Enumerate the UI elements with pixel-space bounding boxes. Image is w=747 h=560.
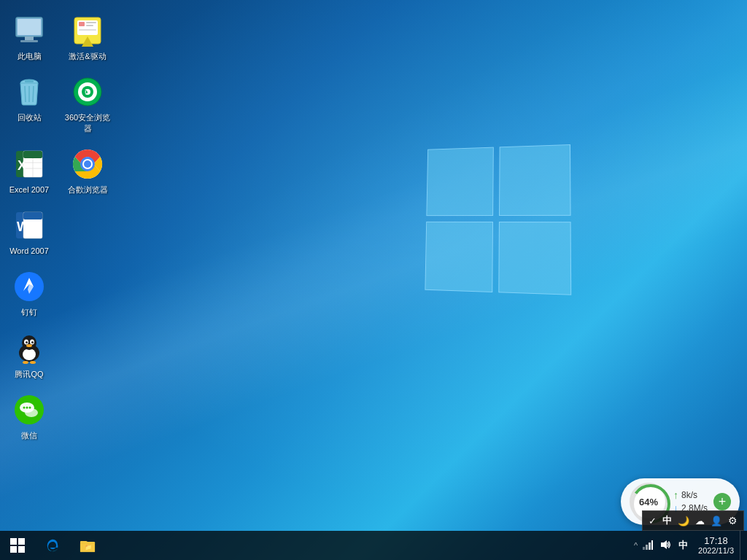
icon-this-computer-label: 此电脑 [18,51,42,61]
tray-volume[interactable] [657,539,674,553]
tray-ime-popup[interactable]: 中 [662,514,672,527]
svg-rect-8 [86,25,93,26]
tray-date: 2022/11/3 [698,546,734,556]
icon-word-label: Word 2007 [9,246,49,256]
wechat-icon [12,392,47,427]
tray-checkmark-icon[interactable]: ✓ [649,516,657,526]
dingtalk-icon [12,269,47,304]
svg-point-39 [22,335,36,350]
upload-speed: 8k/s [681,490,697,500]
system-tray: ^ 中 [632,531,747,560]
win-pane-tr [499,144,571,216]
svg-text:📁: 📁 [85,543,92,551]
svg-rect-2 [25,36,34,40]
volume-icon [659,539,671,551]
explorer-icon: 📁 [80,537,96,553]
start-pane-tl [10,538,17,545]
svg-point-51 [26,407,28,409]
start-pane-br [18,546,25,553]
svg-point-49 [25,408,38,417]
svg-rect-60 [649,542,651,550]
svg-point-50 [23,407,26,409]
upload-speed-row: ↑ 8k/s [673,489,708,501]
tray-time: 17:18 [704,535,728,547]
icon-dingtalk[interactable]: 钉钉 [0,263,58,323]
icon-wechat[interactable]: 微信 [0,386,58,446]
show-desktop-button[interactable] [740,531,744,560]
icon-activate-driver[interactable]: 激活&驱动 [58,7,117,67]
svg-rect-15 [25,79,34,82]
svg-marker-62 [661,540,667,549]
svg-rect-23 [23,151,42,158]
icon-chrome-browser[interactable]: 合歡浏览器 [58,141,117,201]
svg-point-38 [23,349,36,360]
tray-moon-popup[interactable]: 🌙 [678,516,689,526]
start-icon [10,538,25,553]
activate-icon [70,13,105,48]
svg-point-31 [84,160,91,168]
icon-dingtalk-label: 钉钉 [21,307,37,317]
taskbar-edge[interactable] [35,531,70,560]
icon-recycle-label: 回收站 [18,112,42,122]
win-pane-br [498,222,571,295]
svg-line-13 [25,86,26,102]
tray-clock[interactable]: 17:18 2022/11/3 [692,531,740,560]
icon-qq-label: 腾讯QQ [15,369,43,379]
svg-text:e: e [83,87,88,98]
chrome-icon [70,147,105,182]
icon-360-browser[interactable]: e 360安全浏览器 [58,69,117,139]
windows-logo [423,146,598,321]
icon-word-2007[interactable]: W Word 2007 [0,202,58,262]
svg-rect-58 [643,547,645,550]
svg-rect-1 [18,19,41,35]
icon-qq[interactable]: 腾讯QQ [0,325,58,385]
taskbar: 📁 ^ [0,531,747,560]
tray-weather-popup[interactable]: ☁ [695,516,705,526]
edge-icon [44,537,61,553]
tray-chevron[interactable]: ^ [632,541,639,550]
qq-icon [12,331,47,366]
tray-toolbar-popup: ✓ 中 🌙 ☁ 👤 ⚙ [642,510,744,531]
ime-label: 中 [678,540,688,551]
network-icon [642,539,654,551]
icon-excel-2007[interactable]: X Excel 2007 [0,141,58,201]
upload-arrow: ↑ [673,489,678,501]
cpu-percent: 64% [639,497,658,508]
desktop-icon-area: 此电脑 激活&驱动 [0,7,117,448]
tray-network-icon[interactable] [639,539,657,553]
svg-line-14 [33,86,34,102]
svg-rect-34 [23,212,42,219]
icon-chrome-label: 合歡浏览器 [68,184,108,195]
icon-activate-label: 激活&驱动 [69,51,106,61]
svg-point-52 [29,407,31,409]
icon-wechat-label: 微信 [21,430,37,440]
start-pane-bl [10,546,17,553]
start-button[interactable] [0,531,35,560]
desktop: 此电脑 激活&驱动 [0,0,747,560]
start-pane-tr [18,538,25,545]
svg-rect-61 [651,540,653,550]
win-pane-tl [426,147,493,217]
icon-360-label: 360安全浏览器 [61,112,114,133]
icon-this-computer[interactable]: 此电脑 [0,7,58,67]
tray-gear-popup[interactable]: ⚙ [728,515,738,526]
svg-point-45 [23,361,28,364]
360-browser-icon: e [70,74,105,109]
svg-rect-3 [20,40,38,42]
svg-rect-9 [79,29,96,31]
icon-recycle-bin[interactable]: 回收站 [0,69,58,139]
excel-icon: X [12,147,47,182]
svg-point-44 [26,344,32,347]
word-icon: W [12,208,47,243]
svg-point-43 [31,341,34,343]
svg-rect-6 [79,22,85,26]
svg-rect-7 [86,22,96,23]
tray-ime[interactable]: 中 [674,539,692,552]
svg-rect-59 [646,545,648,550]
tray-user-popup[interactable]: 👤 [711,516,722,526]
recycle-icon [12,74,47,109]
taskbar-explorer[interactable]: 📁 [70,531,105,560]
svg-text:W: W [17,219,29,234]
win-pane-bl [425,222,493,292]
network-plus-button[interactable]: + [713,493,731,510]
